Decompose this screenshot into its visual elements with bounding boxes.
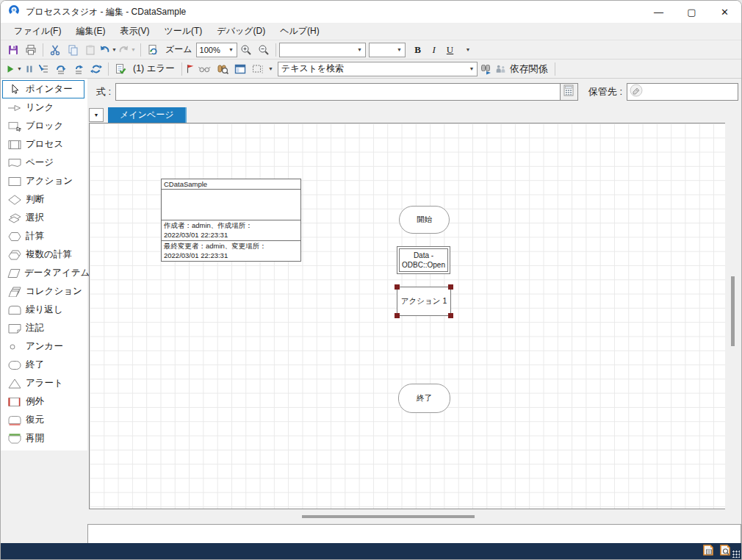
redo-dropdown[interactable]: ▼ [129,42,137,58]
node-action1[interactable]: アクション 1 [397,287,451,316]
zoom-combo[interactable]: 100% ▼ [196,43,237,57]
menu-view[interactable]: 表示(V) [112,23,156,40]
selection-mode-button[interactable] [249,61,267,77]
vertical-scrollbar[interactable] [725,123,741,509]
node-data-odbc-open[interactable]: Data -ODBC::Open [397,246,450,274]
breakpoint-button[interactable] [185,61,196,77]
toolbox-item-note[interactable]: 注記 [2,319,84,337]
process-search-icon[interactable] [718,544,731,559]
toolbox-item-alert[interactable]: アラート [2,374,84,392]
store-in-field[interactable] [627,83,738,101]
error-count-label[interactable]: (1) エラー [129,62,179,75]
menu-file[interactable]: ファイル(F) [7,23,68,40]
toolbox-item-resume[interactable]: 再開 [2,429,84,448]
page-list-dropdown[interactable]: ▼ [89,108,104,122]
play-button[interactable] [4,61,15,77]
toolbox-item-page[interactable]: ページ [2,154,84,172]
zoom-out-button[interactable] [255,42,273,58]
toolbox-item-loop[interactable]: 繰り返し [2,301,84,319]
undo-button[interactable] [99,42,110,58]
node-end[interactable]: 終了 [398,384,450,413]
bold-button[interactable]: B [410,42,426,58]
step-in-button[interactable] [35,61,52,77]
toolbox-item-calculation[interactable]: 計算 [2,227,84,245]
zoom-in-button[interactable] [237,42,255,58]
dependencies-button[interactable] [495,61,506,77]
dependencies-label[interactable]: 依存関係 [506,62,552,76]
step-out-button[interactable] [70,61,87,77]
minimize-button[interactable]: — [642,1,675,23]
pause-button[interactable] [24,61,35,77]
page-tab-bar: ▼ メインページ [87,105,741,123]
expression-input[interactable] [116,84,560,100]
process-diagram-canvas[interactable]: CDataSample 作成者：admin、作成場所： 2022/03/01 2… [89,123,727,509]
toolbox-item-collection[interactable]: コレクション [2,282,84,301]
toolbox-item-choice[interactable]: 選択 [2,209,84,227]
print-icon [25,44,37,56]
store-in-label: 保管先 : [588,85,622,98]
refresh-page-button[interactable] [144,42,162,58]
node-start[interactable]: 開始 [399,206,450,234]
font-color-dropdown[interactable]: ▼ [464,42,472,58]
selection-handle[interactable] [448,284,453,290]
find-next-button[interactable] [478,61,495,77]
maximize-button[interactable]: ▢ [675,1,708,23]
toolbar-separator [108,62,109,76]
undo-dropdown[interactable]: ▼ [110,42,118,58]
redo-button[interactable] [118,42,129,58]
toolbox-item-data-item[interactable]: データアイテム [2,264,84,282]
print-button[interactable] [22,42,40,58]
menu-tools[interactable]: ツール(T) [156,23,209,40]
copy-button[interactable] [64,42,82,58]
resize-grip[interactable] [732,550,740,558]
validate-button[interactable] [112,61,129,77]
toolbox-item-decision[interactable]: 判断 [2,190,84,209]
chevron-down-icon: ▼ [395,47,405,52]
cut-button[interactable] [46,42,64,58]
horizontal-scrollbar[interactable] [87,509,741,524]
save-icon [7,44,19,56]
process-info-description [162,190,300,220]
toolbox-item-block[interactable]: ブロック [2,117,84,135]
app-icon [8,4,20,19]
selection-mode-dropdown[interactable]: ▼ [267,61,275,77]
status-bar [1,543,741,559]
find-references-button[interactable] [214,61,231,77]
reset-button[interactable] [87,61,105,77]
toolbox-item-end[interactable]: 終了 [2,356,84,374]
standard-toolbar: ▼ ▼ ズーム 100% ▼ ▼ ▼ B I U ▼ [1,40,741,60]
toolbox-item-recover[interactable]: 復元 [2,411,84,429]
save-button[interactable] [4,42,22,58]
selection-handle[interactable] [448,313,453,318]
toolbox-item-exception[interactable]: 例外 [2,392,84,411]
font-combo[interactable]: ▼ [279,43,366,57]
paste-button[interactable] [82,42,99,58]
expression-editor-button[interactable] [560,84,577,100]
menu-help[interactable]: ヘルプ(H) [273,23,327,40]
close-button[interactable]: ✕ [708,1,741,23]
menu-edit[interactable]: 編集(E) [68,23,112,40]
toolbox-item-link[interactable]: リンク [2,98,84,117]
process-log-icon[interactable] [702,544,714,559]
play-dropdown[interactable]: ▼ [15,61,24,77]
underline-button[interactable]: U [442,42,458,58]
toolbox-item-process[interactable]: プロセス [2,135,84,154]
italic-button[interactable]: I [426,42,442,58]
selection-handle[interactable] [395,313,400,318]
vertical-scrollbar-thumb[interactable] [731,276,735,346]
menu-debug[interactable]: デバッグ(D) [209,23,273,40]
search-text-combo[interactable]: テキストを検索 ▼ [278,62,478,76]
process-info-box[interactable]: CDataSample 作成者：admin、作成場所： 2022/03/01 2… [161,179,301,262]
horizontal-scrollbar-thumb[interactable] [302,515,475,518]
font-size-combo[interactable]: ▼ [369,43,406,57]
watch-button[interactable] [196,61,214,77]
tab-main-page[interactable]: メインページ [108,107,187,123]
toolbox-item-multi-calculation[interactable]: 複数の計算 [2,245,84,264]
toolbox-item-anchor[interactable]: アンカー [2,337,84,356]
step-over-button[interactable] [52,61,70,77]
end-icon [7,360,22,370]
process-overview-button[interactable] [231,61,249,77]
toolbox-item-action[interactable]: アクション [2,172,84,190]
selection-handle[interactable] [395,284,400,290]
toolbox-item-pointer[interactable]: ポインター [2,80,84,98]
